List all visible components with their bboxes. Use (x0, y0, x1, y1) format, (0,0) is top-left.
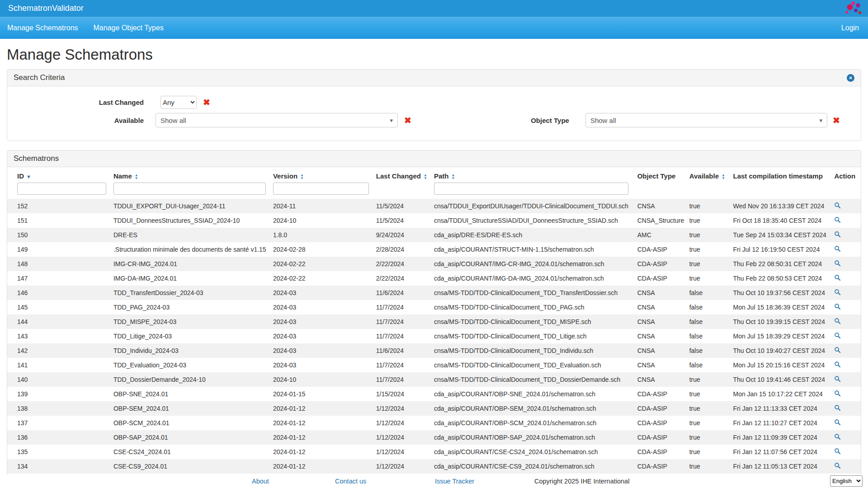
clear-object-type-icon[interactable]: ✖ (833, 116, 840, 125)
view-schematron-icon[interactable] (834, 289, 841, 297)
object-type-combo[interactable]: Show all ▾ (585, 113, 827, 127)
cell-object-type: CNSA (634, 343, 686, 358)
column-header-version[interactable]: Version▲▼ (269, 167, 373, 181)
search-criteria-panel: Search Criteria ✕ Last Changed Any ✖ Ava… (7, 69, 861, 141)
cell-name: TDD_Individu_2024-03 (110, 343, 269, 358)
cell-version: 2024-01-12 (269, 416, 373, 430)
view-schematron-icon[interactable] (834, 462, 841, 470)
footer-link-contact-us[interactable]: Contact us (335, 474, 366, 488)
cell-last-changed: 11/7/2024 (373, 300, 430, 314)
cell-name: TDD_Litige_2024-03 (110, 329, 269, 343)
cell-available: true (686, 257, 730, 271)
cell-action (830, 416, 861, 430)
view-schematron-icon[interactable] (834, 332, 841, 340)
footer-link-about[interactable]: About (252, 474, 269, 488)
filter-input-id[interactable] (17, 183, 106, 195)
clear-last-changed-icon[interactable]: ✖ (203, 98, 210, 107)
app-title: SchematronValidator (8, 4, 84, 13)
table-row: 148 IMG-CR-IMG_2024.01 2024-02-22 2/22/2… (7, 257, 861, 271)
clear-search-criteria-icon[interactable]: ✕ (847, 74, 854, 82)
cell-version: 2024-11 (269, 199, 373, 213)
cell-action (830, 387, 861, 401)
cell-object-type: CDA-ASIP (634, 445, 686, 459)
cell-path: cda_asip/COURANT/OBP-SAP_2024.01/schemat… (430, 430, 634, 445)
view-schematron-icon[interactable] (834, 245, 841, 253)
view-schematron-icon[interactable] (834, 274, 841, 282)
view-schematron-icon[interactable] (834, 390, 841, 398)
search-criteria-header: Search Criteria ✕ (7, 70, 861, 86)
cell-available: true (686, 242, 730, 257)
view-schematron-icon[interactable] (834, 361, 841, 369)
cell-available: false (686, 358, 730, 372)
cell-name: IMG-DA-IMG_2024.01 (110, 271, 269, 286)
copyright-text: Copyright 2025 IHE International (534, 474, 629, 488)
cell-name: IMG-CR-IMG_2024.01 (110, 257, 269, 271)
filter-input-name[interactable] (113, 183, 266, 195)
nav-item-manage-schematrons[interactable]: Manage Schematrons (7, 24, 78, 32)
cell-action (830, 213, 861, 228)
clear-available-icon[interactable]: ✖ (404, 116, 411, 125)
sort-desc-icon: ▼ (26, 174, 31, 179)
column-header-action: Action (830, 167, 861, 181)
table-row: 140 TDD_DossierDemande_2024-10 2024-10 1… (7, 372, 861, 387)
cell-path: cda_asip/COURANT/OBP-SCM_2024.01/schemat… (430, 416, 634, 430)
cell-compilation-timestamp: Wed Nov 20 16:13:39 CET 2024 (729, 199, 830, 213)
view-schematron-icon[interactable] (834, 260, 841, 268)
cell-compilation-timestamp: Thu Oct 10 19:41:46 CEST 2024 (729, 372, 830, 387)
footer: About Contact us Issue Tracker Copyright… (0, 474, 868, 488)
column-header-id[interactable]: ID▼ (7, 167, 110, 181)
column-header-last-changed[interactable]: Last Changed▲▼ (373, 167, 430, 181)
view-schematron-icon[interactable] (834, 448, 841, 456)
view-schematron-icon[interactable] (834, 318, 841, 326)
cell-name: TDD_TransfertDossier_2024-03 (110, 286, 269, 300)
view-schematron-icon[interactable] (834, 216, 841, 225)
view-schematron-icon[interactable] (834, 404, 841, 413)
cell-compilation-timestamp: Fri Jan 12 11:13:33 CET 2024 (729, 401, 830, 416)
view-schematron-icon[interactable] (834, 303, 841, 311)
filter-input-version[interactable] (273, 183, 369, 195)
cell-path: cnsa/MS-TDD/TDD-ClinicalDocument_TDD_Tra… (430, 286, 634, 300)
cell-object-type: CNSA (634, 372, 686, 387)
column-header-name[interactable]: Name▲▼ (110, 167, 269, 181)
cell-object-type: CNSA (634, 199, 686, 213)
cell-id: 149 (7, 242, 110, 257)
view-schematron-icon[interactable] (834, 375, 841, 384)
cell-action (830, 300, 861, 314)
cell-last-changed: 11/7/2024 (373, 358, 430, 372)
cell-version: 2024-01-12 (269, 401, 373, 416)
last-changed-row: Last Changed Any ✖ (7, 96, 861, 109)
footer-link-issue-tracker[interactable]: Issue Tracker (435, 474, 474, 488)
cell-path: cda_asip/COURANT/CSE-CS9_2024.01/schemat… (430, 459, 634, 474)
cell-available: false (686, 329, 730, 343)
cell-version: 2024-10 (269, 372, 373, 387)
cell-compilation-timestamp: Mon Jul 15 18:36:39 CEST 2024 (729, 300, 830, 314)
column-header-path[interactable]: Path▲▼ (430, 167, 634, 181)
cell-action (830, 430, 861, 445)
view-schematron-icon[interactable] (834, 347, 841, 355)
cell-action (830, 401, 861, 416)
cell-object-type: CDA-ASIP (634, 271, 686, 286)
view-schematron-icon[interactable] (834, 433, 841, 441)
cell-name: TDDUI_DonneesStructures_SSIAD_2024-10 (110, 213, 269, 228)
column-header-available[interactable]: Available▲▼ (686, 167, 730, 181)
nav-item-login[interactable]: Login (841, 24, 859, 32)
available-combo[interactable]: Show all ▾ (156, 113, 398, 127)
available-object-type-row: Available Show all ▾ ✖ Object Type Show … (7, 113, 861, 127)
cell-last-changed: 11/7/2024 (373, 329, 430, 343)
nav-item-manage-object-types[interactable]: Manage Object Types (94, 24, 164, 32)
filter-input-path[interactable] (434, 183, 628, 195)
table-row: 150 DRE-ES 1.8.0 9/24/2024 cda_asip/DRE-… (7, 228, 861, 242)
view-schematron-icon[interactable] (834, 202, 841, 210)
last-changed-label: Last Changed (7, 99, 144, 106)
table-row: 134 CSE-CS9_2024.01 2024-01-12 1/12/2024… (7, 459, 861, 474)
view-schematron-icon[interactable] (834, 231, 841, 239)
cell-last-changed: 1/15/2024 (373, 387, 430, 401)
last-changed-select[interactable]: Any (160, 96, 197, 109)
cell-last-changed: 11/5/2024 (373, 213, 430, 228)
language-select[interactable]: English (830, 475, 863, 487)
cell-action (830, 343, 861, 358)
view-schematron-icon[interactable] (834, 419, 841, 427)
schematrons-title: Schematrons (14, 154, 59, 163)
cell-compilation-timestamp: Mon Jan 15 10:17:22 CET 2024 (729, 387, 830, 401)
top-title-bar: SchematronValidator (0, 0, 868, 17)
